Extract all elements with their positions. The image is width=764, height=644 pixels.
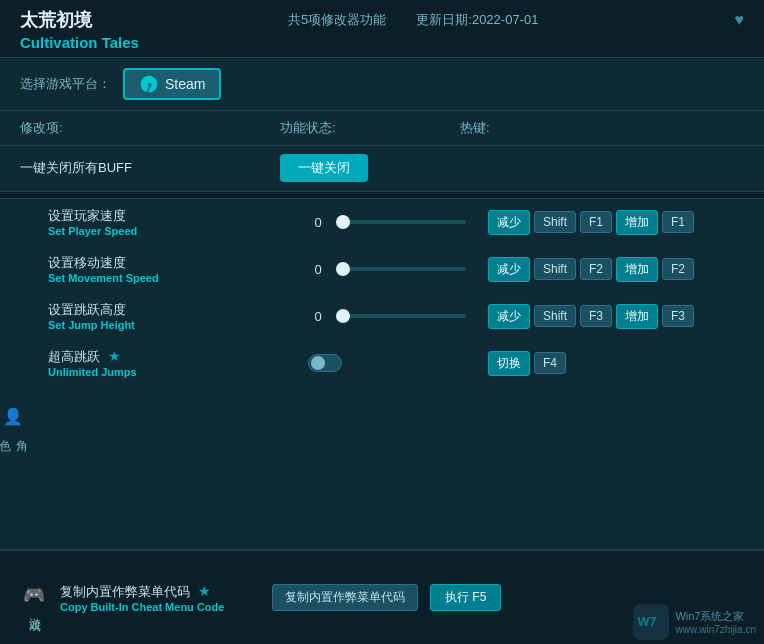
col-modifier-header: 修改项: — [20, 119, 280, 137]
svg-text:W7: W7 — [638, 615, 657, 629]
player-speed-value: 0 — [308, 215, 328, 230]
movement-speed-slider-container: 0 — [308, 262, 488, 277]
jump-height-increase-btn[interactable]: 增加 — [616, 304, 658, 329]
unlimited-jumps-switch-btn[interactable]: 切换 — [488, 351, 530, 376]
jump-height-row: 设置跳跃高度 Set Jump Height 0 减少 Shift F3 增加 … — [28, 293, 764, 340]
movement-speed-cn: 设置移动速度 — [48, 254, 308, 272]
unlimited-jumps-toggle-container — [308, 354, 488, 372]
buff-name-cn: 一键关闭所有BUFF — [20, 159, 280, 177]
buff-row: 一键关闭所有BUFF 一键关闭 — [0, 146, 764, 191]
jump-height-name: 设置跳跃高度 Set Jump Height — [48, 301, 308, 331]
player-speed-f1-decrease-btn[interactable]: F1 — [580, 211, 612, 233]
game-title-cn: 太荒初境 — [20, 8, 92, 32]
player-speed-shift-btn[interactable]: Shift — [534, 211, 576, 233]
cheat-menu-star: ★ — [198, 583, 211, 599]
player-speed-increase-btn[interactable]: 增加 — [616, 210, 658, 235]
header-meta: 共5项修改器功能 更新日期:2022-07-01 — [288, 11, 538, 29]
total-features: 共5项修改器功能 — [288, 11, 386, 29]
watermark-text: Win7系统之家 www.win7zhijia.cn — [675, 609, 756, 635]
movement-speed-value: 0 — [308, 262, 328, 277]
favorite-icon[interactable]: ♥ — [734, 11, 744, 29]
cheat-menu-name: 复制内置作弊菜单代码 ★ Copy Built-In Cheat Menu Co… — [60, 583, 260, 613]
buff-status: 一键关闭 — [280, 154, 460, 182]
character-modifiers: 设置玩家速度 Set Player Speed 0 减少 Shift F1 增加… — [28, 199, 764, 387]
col-status-header: 功能状态: — [280, 119, 460, 137]
unlimited-jumps-name: 超高跳跃 ★ Unlimited Jumps — [48, 348, 308, 378]
unlimited-jumps-hotkeys: 切换 F4 — [488, 351, 744, 376]
unlimited-jumps-star: ★ — [108, 348, 121, 364]
player-speed-row: 设置玩家速度 Set Player Speed 0 减少 Shift F1 增加… — [28, 199, 764, 246]
movement-speed-increase-btn[interactable]: 增加 — [616, 257, 658, 282]
movement-speed-shift-btn[interactable]: Shift — [534, 258, 576, 280]
jump-height-en: Set Jump Height — [48, 319, 308, 331]
unlimited-jumps-en: Unlimited Jumps — [48, 366, 308, 378]
unlimited-jumps-knob — [311, 356, 325, 370]
watermark-logo: W7 — [633, 604, 669, 640]
character-sidebar-icon: 👤 — [3, 407, 23, 426]
cheat-menu-cn: 复制内置作弊菜单代码 ★ — [60, 583, 260, 601]
player-speed-decrease-btn[interactable]: 减少 — [488, 210, 530, 235]
jump-height-slider-container: 0 — [308, 309, 488, 324]
unlimited-jumps-row: 超高跳跃 ★ Unlimited Jumps 切换 F4 — [28, 340, 764, 387]
movement-speed-hotkeys: 减少 Shift F2 增加 F2 — [488, 257, 744, 282]
movement-speed-row: 设置移动速度 Set Movement Speed 0 减少 Shift F2 … — [28, 246, 764, 293]
character-sidebar-label: 角色 — [0, 430, 30, 432]
watermark: W7 Win7系统之家 www.win7zhijia.cn — [633, 604, 756, 640]
jump-height-cn: 设置跳跃高度 — [48, 301, 308, 319]
player-speed-f1-increase-btn[interactable]: F1 — [662, 211, 694, 233]
jump-height-shift-btn[interactable]: Shift — [534, 305, 576, 327]
header: 太荒初境 共5项修改器功能 更新日期:2022-07-01 ♥ Cultivat… — [0, 0, 764, 58]
execute-button[interactable]: 执行 F5 — [430, 584, 501, 611]
col-hotkey-header: 热键: — [460, 119, 744, 137]
jump-height-value: 0 — [308, 309, 328, 324]
platform-section: 选择游戏平台： Steam — [0, 58, 764, 111]
buff-toggle-button[interactable]: 一键关闭 — [280, 154, 368, 182]
platform-label: 选择游戏平台： — [20, 75, 111, 93]
movement-speed-f2-decrease-btn[interactable]: F2 — [580, 258, 612, 280]
game-title-en: Cultivation Tales — [20, 34, 744, 51]
player-speed-slider[interactable] — [336, 220, 466, 224]
player-speed-slider-container: 0 — [308, 215, 488, 230]
buff-name: 一键关闭所有BUFF — [20, 159, 280, 177]
table-header: 修改项: 功能状态: 热键: — [0, 111, 764, 146]
movement-speed-slider[interactable] — [336, 267, 466, 271]
movement-speed-f2-increase-btn[interactable]: F2 — [662, 258, 694, 280]
movement-speed-decrease-btn[interactable]: 减少 — [488, 257, 530, 282]
unlimited-jumps-f4-btn[interactable]: F4 — [534, 352, 566, 374]
player-speed-cn: 设置玩家速度 — [48, 207, 308, 225]
unlimited-jumps-toggle[interactable] — [308, 354, 342, 372]
section-divider-1 — [0, 191, 764, 199]
movement-speed-name: 设置移动速度 Set Movement Speed — [48, 254, 308, 284]
player-speed-name: 设置玩家速度 Set Player Speed — [48, 207, 308, 237]
jump-height-f3-increase-btn[interactable]: F3 — [662, 305, 694, 327]
update-date: 更新日期:2022-07-01 — [416, 11, 538, 29]
jump-height-slider[interactable] — [336, 314, 466, 318]
game-section-sidebar: 🎮 游戏 — [20, 584, 48, 612]
cheat-menu-en: Copy Built-In Cheat Menu Code — [60, 601, 260, 613]
jump-height-decrease-btn[interactable]: 减少 — [488, 304, 530, 329]
unlimited-jumps-cn: 超高跳跃 ★ — [48, 348, 308, 366]
steam-button[interactable]: Steam — [123, 68, 221, 100]
player-speed-en: Set Player Speed — [48, 225, 308, 237]
jump-height-hotkeys: 减少 Shift F3 增加 F3 — [488, 304, 744, 329]
movement-speed-en: Set Movement Speed — [48, 272, 308, 284]
copy-cheat-menu-button[interactable]: 复制内置作弊菜单代码 — [272, 584, 418, 611]
game-section-icon: 🎮 — [23, 584, 45, 606]
steam-label: Steam — [165, 76, 205, 92]
player-speed-hotkeys: 减少 Shift F1 增加 F1 — [488, 210, 744, 235]
jump-height-f3-decrease-btn[interactable]: F3 — [580, 305, 612, 327]
steam-icon — [139, 74, 159, 94]
game-section-label: 游戏 — [26, 608, 43, 612]
